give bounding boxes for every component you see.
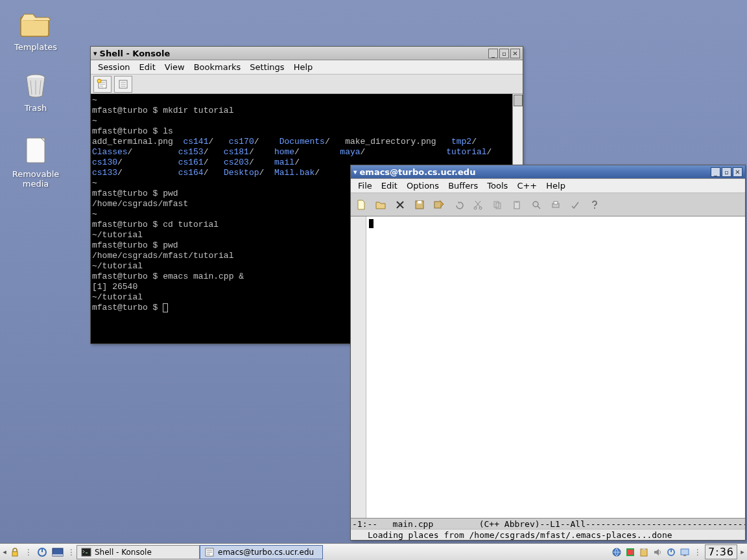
panel-right-arrow[interactable]: ▸ bbox=[739, 548, 746, 556]
power-tray-icon[interactable] bbox=[665, 546, 677, 558]
volume-tray-icon[interactable] bbox=[652, 546, 663, 558]
svg-point-3 bbox=[97, 79, 101, 83]
paste-icon[interactable] bbox=[510, 198, 523, 211]
task-emacs[interactable]: emacs@turbo.cs.ucr.edu bbox=[200, 545, 323, 559]
emacs-title: emacs@turbo.cs.ucr.edu bbox=[360, 167, 711, 177]
desktop-icon-label: Trash bbox=[6, 103, 65, 113]
svg-rect-16 bbox=[554, 202, 558, 204]
media-icon bbox=[23, 136, 49, 167]
new-tab-button[interactable] bbox=[93, 76, 112, 93]
menu-bookmarks[interactable]: Bookmarks bbox=[189, 62, 246, 72]
svg-rect-28 bbox=[643, 548, 645, 550]
menu-help[interactable]: Help bbox=[541, 181, 570, 191]
display-tray-icon[interactable] bbox=[679, 546, 691, 558]
menu-help[interactable]: Help bbox=[289, 62, 318, 72]
close-button[interactable]: ✕ bbox=[510, 49, 520, 58]
emacs-menubar: File Edit Options Buffers Tools C++ Help bbox=[351, 179, 745, 193]
menu-buffers[interactable]: Buffers bbox=[444, 181, 482, 191]
svg-rect-1 bbox=[27, 138, 45, 163]
minimize-button[interactable]: _ bbox=[488, 49, 498, 58]
menu-edit[interactable]: Edit bbox=[377, 181, 402, 191]
cut-icon[interactable] bbox=[471, 198, 484, 211]
window-menu-icon[interactable]: ▾ bbox=[93, 49, 97, 58]
save-icon[interactable] bbox=[413, 198, 426, 211]
trash-icon bbox=[23, 73, 49, 100]
separator: ⋮ bbox=[66, 548, 77, 557]
terminal-icon bbox=[81, 547, 91, 557]
lock-screen-icon[interactable] bbox=[8, 545, 22, 559]
tab-list-button[interactable] bbox=[114, 76, 132, 93]
menu-cpp[interactable]: C++ bbox=[512, 181, 541, 191]
panel-left-arrow[interactable]: ◂ bbox=[1, 548, 8, 556]
svg-rect-21 bbox=[53, 554, 63, 556]
konsole-toolbar bbox=[91, 75, 523, 94]
task-label: emacs@turbo.cs.ucr.edu bbox=[218, 548, 314, 557]
close-file-icon[interactable] bbox=[394, 198, 407, 211]
close-button[interactable]: ✕ bbox=[733, 167, 742, 177]
emacs-fringe bbox=[351, 216, 366, 518]
emacs-toolbar bbox=[351, 193, 745, 216]
svg-rect-6 bbox=[418, 201, 421, 204]
spellcheck-icon[interactable] bbox=[569, 198, 582, 211]
emacs-modeline[interactable]: -1:-- main.cpp (C++ Abbrev)--L1--All----… bbox=[351, 518, 745, 529]
maximize-button[interactable]: ▫ bbox=[722, 167, 731, 177]
minimize-button[interactable]: _ bbox=[711, 167, 720, 177]
task-label: Shell - Konsole bbox=[95, 548, 152, 557]
emacs-cursor bbox=[369, 219, 374, 228]
save-as-icon[interactable] bbox=[433, 198, 445, 211]
show-desktop-icon[interactable] bbox=[51, 545, 65, 559]
menu-edit[interactable]: Edit bbox=[135, 62, 160, 72]
menu-view[interactable]: View bbox=[160, 62, 189, 72]
menu-tools[interactable]: Tools bbox=[482, 181, 512, 191]
menu-session[interactable]: Session bbox=[93, 62, 135, 72]
clock[interactable]: 7:36 bbox=[705, 544, 737, 559]
konsole-titlebar[interactable]: ▾ Shell - Konsole _ ▫ ✕ bbox=[91, 47, 523, 60]
emacs-app-icon bbox=[204, 547, 215, 557]
emacs-echo-area: Loading places from /home/csgrads/mfast/… bbox=[351, 529, 745, 540]
maximize-button[interactable]: ▫ bbox=[499, 49, 509, 58]
desktop-icon-trash[interactable]: Trash bbox=[6, 73, 65, 113]
find-icon[interactable] bbox=[530, 198, 543, 211]
emacs-buffer[interactable] bbox=[351, 216, 745, 518]
svg-rect-7 bbox=[434, 202, 441, 208]
folder-icon bbox=[20, 12, 51, 40]
svg-point-14 bbox=[533, 202, 538, 207]
task-konsole[interactable]: Shell - Konsole bbox=[77, 545, 200, 559]
emacs-titlebar[interactable]: ▾ emacs@turbo.cs.ucr.edu _ ▫ ✕ bbox=[351, 165, 745, 179]
update-tray-icon[interactable] bbox=[624, 546, 636, 558]
menu-file[interactable]: File bbox=[353, 181, 377, 191]
logout-icon[interactable] bbox=[35, 545, 49, 559]
konsole-title: Shell - Konsole bbox=[100, 49, 488, 58]
desktop-icon-templates[interactable]: Templates bbox=[6, 12, 65, 52]
desktop-icon-label: Removable media bbox=[6, 169, 65, 189]
separator: ⋮ bbox=[23, 548, 34, 557]
taskbar: ◂ ⋮ ⋮ Shell - Konsole emacs@turbo.cs.ucr… bbox=[0, 543, 747, 560]
emacs-window: ▾ emacs@turbo.cs.ucr.edu _ ▫ ✕ File Edit… bbox=[350, 165, 746, 541]
open-file-icon[interactable] bbox=[374, 198, 387, 211]
desktop-icon-label: Templates bbox=[6, 42, 65, 52]
menu-settings[interactable]: Settings bbox=[245, 62, 289, 72]
new-file-icon[interactable] bbox=[355, 198, 368, 211]
separator: ⋮ bbox=[693, 548, 703, 557]
clipboard-tray-icon[interactable] bbox=[638, 546, 650, 558]
copy-icon[interactable] bbox=[491, 198, 504, 211]
svg-rect-30 bbox=[681, 549, 689, 555]
menu-options[interactable]: Options bbox=[402, 181, 444, 191]
svg-point-17 bbox=[594, 207, 595, 209]
help-icon[interactable] bbox=[588, 198, 601, 211]
desktop-icon-removable-media[interactable]: Removable media bbox=[6, 136, 65, 189]
svg-rect-18 bbox=[12, 552, 18, 556]
svg-rect-26 bbox=[628, 550, 633, 555]
svg-rect-31 bbox=[683, 555, 686, 556]
print-icon[interactable] bbox=[549, 198, 562, 211]
network-tray-icon[interactable] bbox=[611, 546, 622, 558]
konsole-menubar: Session Edit View Bookmarks Settings Hel… bbox=[91, 60, 523, 75]
undo-icon[interactable] bbox=[452, 198, 465, 211]
svg-rect-13 bbox=[516, 201, 518, 203]
window-menu-icon[interactable]: ▾ bbox=[353, 168, 357, 176]
